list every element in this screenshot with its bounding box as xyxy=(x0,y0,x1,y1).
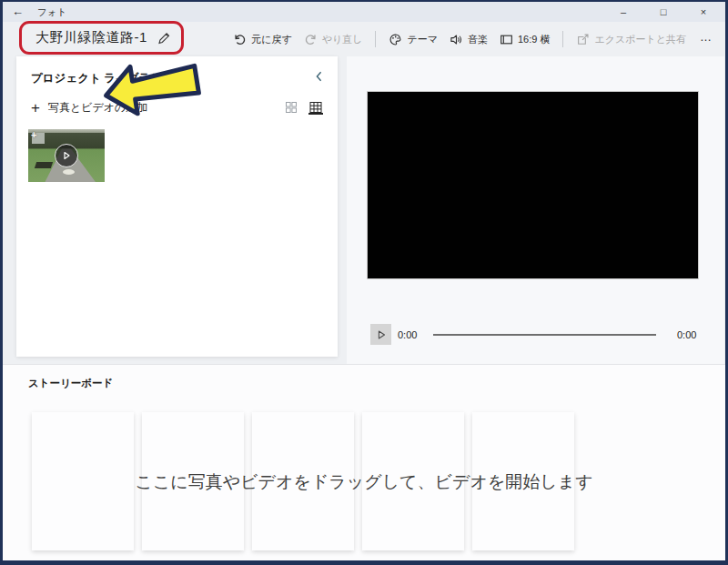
video-preview-canvas xyxy=(367,91,699,279)
thumbnail-add-icon: + xyxy=(31,129,36,140)
toolbar: 元に戻す やり直し テーマ xyxy=(231,25,716,53)
grid-large-icon xyxy=(308,100,323,115)
redo-label: やり直し xyxy=(322,33,363,46)
collapse-panel-chevron-icon[interactable] xyxy=(312,69,327,84)
maximize-button[interactable]: □ xyxy=(643,2,683,22)
aspect-ratio-label: 16:9 横 xyxy=(518,33,550,46)
seek-slider[interactable] xyxy=(433,334,656,336)
grid-view-small-button[interactable] xyxy=(284,100,298,115)
video-clip-thumbnail[interactable]: + xyxy=(28,129,105,182)
music-speaker-icon xyxy=(450,33,463,46)
window-controls: – □ × xyxy=(603,2,723,22)
aspect-ratio-icon xyxy=(500,33,513,46)
redo-icon xyxy=(304,33,318,46)
back-button[interactable]: ← xyxy=(12,4,24,20)
more-icon: … xyxy=(700,30,713,44)
export-share-icon xyxy=(576,33,590,46)
music-label: 音楽 xyxy=(468,33,488,46)
storyboard-section: ストーリーボード ここに写真やビデオをドラッグして、ビデオを開始します xyxy=(3,364,725,562)
add-photos-videos-button[interactable]: + 写真とビデオの追加 xyxy=(31,100,147,116)
storyboard-placeholder-text: ここに写真やビデオをドラッグして、ビデオを開始します xyxy=(3,470,725,494)
theme-palette-icon xyxy=(389,33,402,46)
project-library-title: プロジェクト ライブラリ xyxy=(31,71,162,86)
add-photos-videos-label: 写真とビデオの追加 xyxy=(48,100,147,116)
storyboard-title: ストーリーボード xyxy=(28,377,113,390)
titlebar: ← フォト – □ × xyxy=(3,2,725,22)
annotation-highlight-box: 大野川緑陰道路-1 xyxy=(19,21,184,55)
photos-app-window: ← フォト – □ × 大野川緑陰道路-1 元に戻す xyxy=(0,0,728,565)
play-button[interactable] xyxy=(370,324,391,345)
more-options-button[interactable]: … xyxy=(696,30,716,49)
view-toggles xyxy=(284,100,323,115)
preview-panel: 0:00 0:00 xyxy=(347,56,724,364)
theme-label: テーマ xyxy=(407,33,438,46)
minimize-icon: – xyxy=(621,6,626,17)
toolbar-separator xyxy=(562,31,563,47)
close-button[interactable]: × xyxy=(683,2,723,22)
close-icon: × xyxy=(701,6,706,17)
thumbnail-play-icon xyxy=(55,144,78,167)
music-button[interactable]: 音楽 xyxy=(448,30,490,49)
toolbar-separator xyxy=(375,31,376,47)
play-icon xyxy=(375,328,388,341)
edit-pencil-icon[interactable] xyxy=(157,31,171,45)
plus-icon: + xyxy=(31,102,40,115)
time-total: 0:00 xyxy=(677,329,696,340)
undo-icon xyxy=(233,33,247,46)
aspect-ratio-button[interactable]: 16:9 横 xyxy=(498,30,551,49)
theme-button[interactable]: テーマ xyxy=(387,30,440,49)
project-library-panel: プロジェクト ライブラリ + 写真とビデオの追加 xyxy=(16,56,338,357)
undo-button[interactable]: 元に戻す xyxy=(231,30,294,49)
thumbnail-flowerbed xyxy=(35,162,53,168)
maximize-icon: □ xyxy=(661,6,667,17)
app-title: フォト xyxy=(37,6,66,19)
time-elapsed: 0:00 xyxy=(398,329,417,340)
grid-view-large-button[interactable] xyxy=(308,100,323,115)
undo-label: 元に戻す xyxy=(251,33,292,46)
project-title[interactable]: 大野川緑陰道路-1 xyxy=(35,29,147,46)
back-icon: ← xyxy=(12,5,24,18)
minimize-button[interactable]: – xyxy=(603,2,643,22)
grid-small-icon xyxy=(284,100,298,115)
thumbnail-manhole xyxy=(63,169,75,175)
export-share-button[interactable]: エクスポートと共有 xyxy=(574,30,688,49)
redo-button[interactable]: やり直し xyxy=(302,30,365,49)
export-share-label: エクスポートと共有 xyxy=(594,33,686,46)
